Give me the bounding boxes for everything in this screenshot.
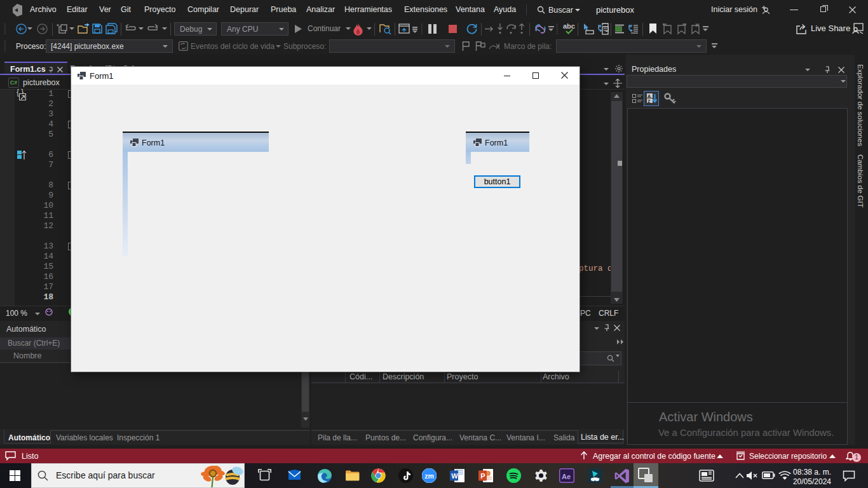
svg-text:A: A <box>648 94 651 98</box>
svg-text:W: W <box>451 472 458 480</box>
svg-text:P: P <box>480 472 485 480</box>
svg-text:Z: Z <box>648 99 651 104</box>
svg-text:zm: zm <box>424 472 434 480</box>
svg-text:Ae: Ae <box>562 473 571 480</box>
